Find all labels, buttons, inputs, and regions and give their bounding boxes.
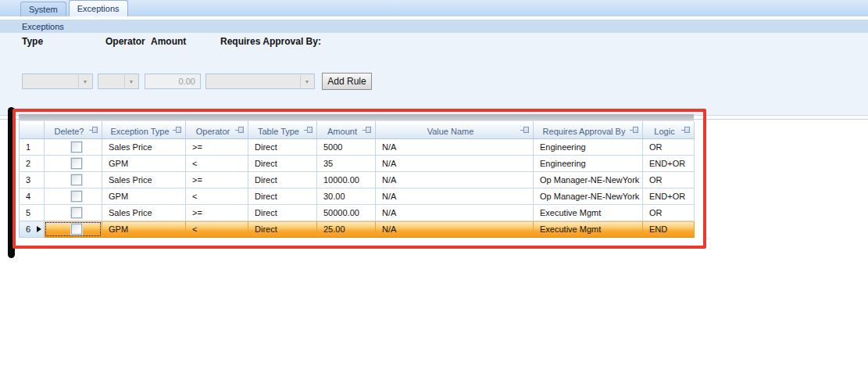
delete-checkbox[interactable] xyxy=(71,191,82,202)
grid-cell-value_name[interactable]: N/A xyxy=(376,188,534,205)
pushpin-icon[interactable] xyxy=(523,127,529,133)
grid-cell-value_name[interactable]: N/A xyxy=(376,139,534,156)
grid-cell-value_name[interactable]: N/A xyxy=(376,156,534,172)
grid-cell-requires_approval_by[interactable]: Op Manager-NE-NewYork xyxy=(534,172,643,188)
current-row-arrow-icon xyxy=(37,226,41,232)
delete-checkbox[interactable] xyxy=(71,174,82,185)
grid-cell-requires_approval_by[interactable]: Engineering xyxy=(534,156,643,172)
approval-dropdown[interactable]: ▼ xyxy=(205,74,315,89)
delete-checkbox[interactable] xyxy=(71,207,82,218)
column-header-table_type[interactable]: Table Type xyxy=(248,121,317,139)
row-number-cell[interactable]: 4 xyxy=(20,188,45,205)
grid-row: 1Sales Price>=Direct5000N/AEngineeringOR xyxy=(20,139,695,156)
grid-cell-logic[interactable]: END+OR xyxy=(643,188,695,205)
column-header-amount[interactable]: Amount xyxy=(317,121,376,139)
grid-cell-logic[interactable]: OR xyxy=(643,139,695,156)
pushpin-icon[interactable] xyxy=(633,127,638,133)
pushpin-icon[interactable] xyxy=(307,127,313,133)
delete-checkbox[interactable] xyxy=(71,142,82,153)
delete-cell[interactable] xyxy=(45,156,102,172)
grid-cell-requires_approval_by[interactable]: Engineering xyxy=(534,139,643,156)
pushpin-icon[interactable] xyxy=(176,127,181,133)
delete-cell[interactable] xyxy=(45,205,102,221)
grid-cell-exception_type[interactable]: GPM xyxy=(102,221,186,238)
column-header-operator[interactable]: Operator xyxy=(186,121,248,139)
delete-cell[interactable] xyxy=(45,188,102,205)
amount-label: Amount xyxy=(151,36,186,47)
column-header-requires_approval_by[interactable]: Requires Approval By xyxy=(534,121,643,139)
column-header-label: Value Name xyxy=(424,124,485,136)
type-dropdown[interactable]: ▼ xyxy=(22,74,93,89)
add-rule-button[interactable]: Add Rule xyxy=(322,73,372,90)
grid-cell-value_name[interactable]: N/A xyxy=(376,205,534,221)
grid-cell-amount[interactable]: 30.00 xyxy=(317,188,376,205)
column-header-delete[interactable]: Delete? xyxy=(45,121,102,139)
grid-cell-amount[interactable]: 25.00 xyxy=(317,221,376,238)
grid-cell-logic[interactable]: END xyxy=(643,221,695,238)
amount-input[interactable]: 0.00 xyxy=(145,74,201,89)
grid-cell-exception_type[interactable]: GPM xyxy=(102,156,186,172)
grid-cell-exception_type[interactable]: Sales Price xyxy=(102,172,186,188)
grid-cell-logic[interactable]: END+OR xyxy=(643,156,695,172)
column-header-label: Table Type xyxy=(255,124,310,136)
tab-exceptions[interactable]: Exceptions xyxy=(69,0,128,16)
grid-cell-exception_type[interactable]: Sales Price xyxy=(102,139,186,156)
column-header-label: Operator xyxy=(193,124,241,136)
row-number-cell[interactable]: 2 xyxy=(20,156,45,172)
grid-cell-operator[interactable]: < xyxy=(186,156,248,172)
row-number-cell[interactable]: 5 xyxy=(20,205,45,221)
rules-grid: Delete?Exception TypeOperatorTable TypeA… xyxy=(19,114,694,238)
pushpin-icon[interactable] xyxy=(92,127,98,133)
grid-cell-requires_approval_by[interactable]: Executive Mgmt xyxy=(534,205,643,221)
column-header-value_name[interactable]: Value Name xyxy=(376,121,534,139)
grid-cell-table_type[interactable]: Direct xyxy=(248,221,317,238)
delete-cell[interactable] xyxy=(45,221,102,238)
grid-cell-logic[interactable]: OR xyxy=(643,205,695,221)
grid-cell-table_type[interactable]: Direct xyxy=(248,205,317,221)
delete-checkbox[interactable] xyxy=(71,224,82,235)
row-number-cell[interactable]: 1 xyxy=(20,139,45,156)
grid-cell-value_name[interactable]: N/A xyxy=(376,172,534,188)
operator-label: Operator xyxy=(105,36,145,47)
row-number-cell[interactable]: 3 xyxy=(20,172,45,188)
grid-cell-operator[interactable]: >= xyxy=(186,205,248,221)
grid-cell-requires_approval_by[interactable]: Executive Mgmt xyxy=(534,221,643,238)
grid-cell-amount[interactable]: 35 xyxy=(317,156,376,172)
grid-cell-value_name[interactable]: N/A xyxy=(376,221,534,238)
delete-checkbox[interactable] xyxy=(71,158,82,169)
grid-cell-table_type[interactable]: Direct xyxy=(248,172,317,188)
grid-cell-amount[interactable]: 5000 xyxy=(317,139,376,156)
grid-cell-exception_type[interactable]: Sales Price xyxy=(102,205,186,221)
approval-label: Requires Approval By: xyxy=(220,36,321,47)
grid-cell-table_type[interactable]: Direct xyxy=(248,139,317,156)
column-header-exception_type[interactable]: Exception Type xyxy=(102,121,186,139)
grid-row: 3Sales Price>=Direct10000.00N/AOp Manage… xyxy=(20,172,695,188)
grid-row: 4GPM<Direct30.00N/AOp Manager-NE-NewYork… xyxy=(20,188,695,205)
grid-cell-logic[interactable]: OR xyxy=(643,172,695,188)
grid-cell-exception_type[interactable]: GPM xyxy=(102,188,186,205)
grid-row: 6GPM<Direct25.00N/AExecutive MgmtEND xyxy=(20,221,695,238)
delete-cell[interactable] xyxy=(45,172,102,188)
annotation-side-bar xyxy=(8,107,15,258)
grid-cell-table_type[interactable]: Direct xyxy=(248,188,317,205)
app-window: System Exceptions Exceptions Type Operat… xyxy=(0,0,868,384)
grid-cell-requires_approval_by[interactable]: Op Manager-NE-NewYork xyxy=(534,188,643,205)
pushpin-icon[interactable] xyxy=(238,127,244,133)
grid-cell-amount[interactable]: 10000.00 xyxy=(317,172,376,188)
grid-cell-amount[interactable]: 50000.00 xyxy=(317,205,376,221)
grid-cell-operator[interactable]: >= xyxy=(186,139,248,156)
type-label: Type xyxy=(22,36,43,47)
row-number-cell[interactable]: 6 xyxy=(20,221,45,238)
grid-cell-operator[interactable]: < xyxy=(186,221,248,238)
delete-cell[interactable] xyxy=(45,139,102,156)
grid-cell-operator[interactable]: < xyxy=(186,188,248,205)
column-header-logic[interactable]: Logic xyxy=(643,121,695,139)
column-header-label: Amount xyxy=(324,124,368,136)
operator-dropdown[interactable]: ▼ xyxy=(98,74,139,89)
grid-corner-cell[interactable] xyxy=(20,121,45,139)
pushpin-icon[interactable] xyxy=(684,127,690,133)
grid-cell-operator[interactable]: >= xyxy=(186,172,248,188)
pushpin-icon[interactable] xyxy=(366,127,371,133)
tab-system[interactable]: System xyxy=(20,2,66,16)
grid-cell-table_type[interactable]: Direct xyxy=(248,156,317,172)
